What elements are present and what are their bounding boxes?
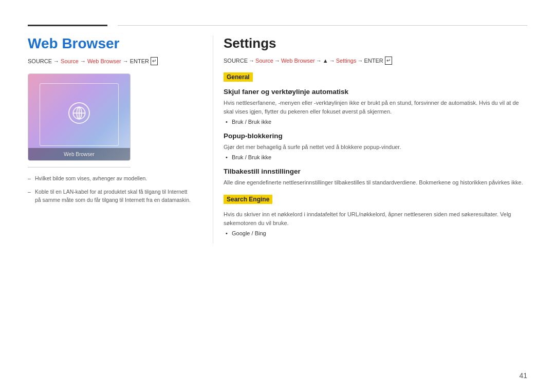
subsection-reset: Tilbakestill innstillinger Alle dine ege…	[224, 167, 527, 187]
subsection-search: Hvis du skriver inn et nøkkelord i innda…	[224, 210, 527, 236]
subsection-popup-desc: Gjør det mer behagelig å surfe på nettet…	[224, 143, 527, 152]
section-search-engine: Search Engine Hvis du skriver inn et nøk…	[224, 194, 527, 236]
page-layout: Web Browser SOURCE → Source → Web Browse…	[0, 35, 555, 244]
subsection-popup-title: Popup-blokkering	[224, 132, 527, 140]
subsection-skjul-title: Skjul faner og verktøylinje automatisk	[224, 88, 527, 96]
browser-image-container: Web Browser	[28, 73, 131, 161]
browser-label: Web Browser	[64, 152, 95, 157]
section-general: General Skjul faner og verktøylinje auto…	[224, 72, 527, 187]
subsection-search-bullet: Google / Bing	[224, 230, 527, 236]
browser-image-bg: Web Browser	[28, 74, 130, 160]
bc-right-arrow4: →	[329, 58, 335, 64]
browser-image-inner	[40, 83, 119, 146]
subsection-skjul-bullet: Bruk / Bruk ikke	[224, 119, 527, 125]
subsection-search-desc: Hvis du skriver inn et nøkkelord i innda…	[224, 210, 527, 228]
note-item-1: Hvilket bilde som vises, avhenger av mod…	[28, 175, 192, 183]
bc-right-web-link: Web Browser	[281, 58, 315, 64]
enter-icon: ↵	[151, 57, 158, 65]
subsection-reset-title: Tilbakestill innstillinger	[224, 167, 527, 175]
bc-right-source-label: SOURCE	[224, 58, 248, 64]
top-divider	[0, 25, 555, 26]
bc-source-link: Source	[61, 58, 79, 64]
bc-right-arrow2: →	[274, 58, 280, 64]
subsection-skjul-desc: Hvis nettleserfanene, -menyen eller -ver…	[224, 99, 527, 116]
bc-right-arrow5: →	[357, 58, 363, 64]
note-list: Hvilket bilde som vises, avhenger av mod…	[28, 175, 192, 204]
right-column: Settings SOURCE → Source → Web Browser →…	[213, 35, 527, 244]
bc-webbrowser-link: Web Browser	[87, 58, 121, 64]
globe-icon	[68, 102, 90, 124]
breadcrumb-left: SOURCE → Source → Web Browser → ENTER ↵	[28, 57, 192, 65]
subsection-skjul: Skjul faner og verktøylinje automatisk H…	[224, 88, 527, 125]
bc-arrow2: →	[80, 58, 86, 64]
bc-right-settings-link: Settings	[336, 58, 357, 64]
bc-source-label: SOURCE	[28, 58, 52, 64]
bc-right-enter-label: ENTER	[364, 58, 383, 64]
bc-arrow3: →	[123, 58, 128, 64]
right-title: Settings	[224, 35, 527, 51]
note-item-2: Koble til en LAN-kabel for at produktet …	[28, 188, 192, 204]
bc-right-source-link: Source	[255, 58, 273, 64]
right-line	[118, 25, 527, 26]
left-title: Web Browser	[28, 35, 192, 52]
bc-arrow1: →	[53, 58, 59, 64]
section-search-label: Search Engine	[224, 195, 272, 204]
breadcrumb-right: SOURCE → Source → Web Browser → ▲ → Sett…	[224, 57, 527, 65]
browser-bottom-bar: Web Browser	[28, 148, 130, 160]
left-column: Web Browser SOURCE → Source → Web Browse…	[28, 35, 213, 244]
bc-right-up: ▲	[323, 58, 328, 64]
subsection-popup-bullet: Bruk / Bruk ikke	[224, 154, 527, 160]
left-line	[28, 25, 107, 26]
page-number: 41	[519, 371, 527, 380]
bc-right-arrow1: →	[249, 58, 254, 64]
section-general-label: General	[224, 72, 253, 82]
subsection-reset-desc: Alle dine egendefinerte nettleserinnstil…	[224, 178, 527, 187]
left-divider	[28, 167, 131, 167]
right-enter-icon: ↵	[385, 57, 392, 65]
bc-enter-label: ENTER	[130, 58, 149, 64]
subsection-popup: Popup-blokkering Gjør det mer behagelig …	[224, 132, 527, 160]
bc-right-arrow3: →	[316, 58, 322, 64]
